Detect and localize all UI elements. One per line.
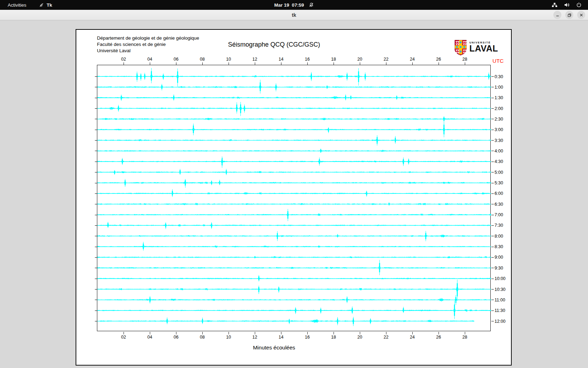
y-axis-time-label: 10:30 bbox=[495, 287, 505, 292]
x-axis-label-bottom: 22 bbox=[384, 335, 388, 340]
x-axis-label-bottom: 08 bbox=[200, 335, 205, 340]
logo-laval-label: LAVAL bbox=[469, 44, 498, 53]
x-axis-tick-top bbox=[334, 62, 334, 65]
tk-app-label: Tk bbox=[47, 2, 52, 8]
x-axis-tick-top bbox=[360, 62, 360, 65]
x-axis-label-top: 02 bbox=[121, 57, 126, 62]
x-axis-label-top: 10 bbox=[226, 57, 231, 62]
y-axis-time-label: 9:00 bbox=[495, 255, 503, 260]
volume-icon bbox=[564, 2, 570, 8]
x-axis-label-bottom: 16 bbox=[305, 335, 310, 340]
x-axis-label-top: 08 bbox=[200, 57, 205, 62]
activities-button[interactable]: Activities bbox=[6, 2, 28, 8]
network-wired-icon bbox=[552, 2, 558, 8]
x-axis-label-top: 12 bbox=[252, 57, 257, 62]
x-axis-tick-top bbox=[281, 62, 281, 65]
y-axis-tick-right bbox=[491, 300, 494, 300]
y-axis-tick-left bbox=[95, 151, 97, 151]
x-axis-tick-top bbox=[229, 62, 229, 65]
close-button[interactable] bbox=[577, 11, 585, 19]
y-axis-tick-right bbox=[491, 225, 494, 226]
x-axis-label-bottom: 10 bbox=[226, 335, 231, 340]
chart-title: Séismographe QCQ (CGC/GSC) bbox=[228, 41, 320, 48]
x-axis-label-top: 26 bbox=[436, 57, 441, 62]
seismogram-traces bbox=[97, 65, 491, 332]
x-axis-tick-bottom bbox=[439, 332, 439, 334]
y-axis-tick-right bbox=[491, 257, 494, 258]
x-axis-label-bottom: 14 bbox=[279, 335, 284, 340]
x-axis-label-bottom: 20 bbox=[357, 335, 362, 340]
power-icon bbox=[576, 2, 582, 8]
x-axis-label-top: 28 bbox=[462, 57, 467, 62]
minimize-button[interactable] bbox=[553, 11, 561, 19]
header-line-2: Faculté des sciences et de génie bbox=[97, 41, 199, 48]
y-axis-tick-right bbox=[491, 108, 494, 109]
x-axis-tick-top bbox=[465, 62, 465, 65]
y-axis-time-label: 4:00 bbox=[495, 149, 503, 154]
system-menu-button[interactable] bbox=[552, 0, 588, 10]
y-axis-tick-right bbox=[491, 247, 494, 247]
clock-menu-button[interactable]: Mar 19 07:59 bbox=[274, 0, 314, 10]
x-axis-tick-top bbox=[412, 62, 413, 65]
y-axis-tick-left bbox=[95, 321, 97, 321]
tk-app-indicator[interactable]: Tk bbox=[39, 2, 52, 8]
y-axis-time-label: 7:30 bbox=[495, 223, 503, 228]
x-axis-tick-bottom bbox=[412, 332, 413, 334]
x-axis-tick-top bbox=[255, 62, 255, 65]
y-axis-time-label: 2:30 bbox=[495, 117, 503, 122]
y-axis-tick-right bbox=[491, 183, 494, 183]
y-axis-time-label: 6:30 bbox=[495, 202, 503, 207]
restore-button[interactable] bbox=[565, 11, 573, 19]
y-axis-time-label: 0:30 bbox=[495, 74, 503, 79]
y-axis-tick-left bbox=[95, 193, 97, 194]
y-axis-tick-left bbox=[95, 140, 97, 141]
y-axis-tick-right bbox=[491, 268, 494, 268]
x-axis-label-bottom: 12 bbox=[252, 335, 257, 340]
x-axis-label-top: 18 bbox=[331, 57, 336, 62]
x-axis-tick-top bbox=[439, 62, 439, 65]
x-axis-tick-top bbox=[386, 62, 386, 65]
y-axis-time-label: 5:00 bbox=[495, 170, 503, 175]
y-axis-tick-right bbox=[491, 236, 494, 236]
y-axis-tick-left bbox=[95, 183, 97, 183]
x-axis-label-top: 22 bbox=[384, 57, 388, 62]
y-axis-tick-right bbox=[491, 130, 494, 130]
universite-laval-logo: UNIVERSITÉ LAVAL bbox=[454, 40, 498, 57]
x-axis-tick-bottom bbox=[229, 332, 229, 334]
y-axis-tick-left bbox=[95, 236, 97, 236]
y-axis-time-label: 3:00 bbox=[495, 127, 503, 132]
y-axis-tick-left bbox=[95, 311, 97, 311]
y-axis-tick-left bbox=[95, 162, 97, 162]
y-axis-tick-left bbox=[95, 225, 97, 226]
y-axis-tick-left bbox=[95, 98, 97, 98]
x-axis-tick-bottom bbox=[255, 332, 255, 334]
y-axis-tick-right bbox=[491, 87, 494, 87]
window-titlebar[interactable]: tk bbox=[0, 10, 588, 20]
y-axis-tick-left bbox=[95, 268, 97, 268]
y-axis-tick-right bbox=[491, 119, 494, 119]
y-axis-time-label: 9:30 bbox=[495, 266, 503, 271]
y-axis-tick-left bbox=[95, 172, 97, 172]
y-axis-tick-left bbox=[95, 289, 97, 289]
x-axis-label-top: 04 bbox=[147, 57, 152, 62]
x-axis-tick-bottom bbox=[360, 332, 360, 334]
y-axis-tick-right bbox=[491, 279, 494, 279]
x-axis-label-bottom: 02 bbox=[121, 335, 126, 340]
y-axis-tick-left bbox=[95, 215, 97, 215]
y-axis-tick-right bbox=[491, 311, 494, 311]
x-axis-tick-top bbox=[150, 62, 150, 65]
x-axis-label-bottom: 06 bbox=[174, 335, 178, 340]
y-axis-time-label: 6:00 bbox=[495, 191, 503, 196]
y-axis-tick-right bbox=[491, 321, 494, 321]
y-axis-time-label: 5:30 bbox=[495, 180, 503, 185]
x-axis-tick-bottom bbox=[176, 332, 176, 334]
window-title: tk bbox=[292, 12, 296, 18]
laval-shield-icon bbox=[454, 40, 467, 57]
y-axis-tick-left bbox=[95, 279, 97, 279]
x-axis-tick-top bbox=[176, 62, 176, 65]
tk-feather-icon bbox=[39, 2, 44, 8]
bell-slash-icon bbox=[309, 2, 314, 7]
y-axis-tick-left bbox=[95, 130, 97, 130]
y-axis-tick-left bbox=[95, 300, 97, 300]
y-axis-tick-right bbox=[491, 215, 494, 215]
